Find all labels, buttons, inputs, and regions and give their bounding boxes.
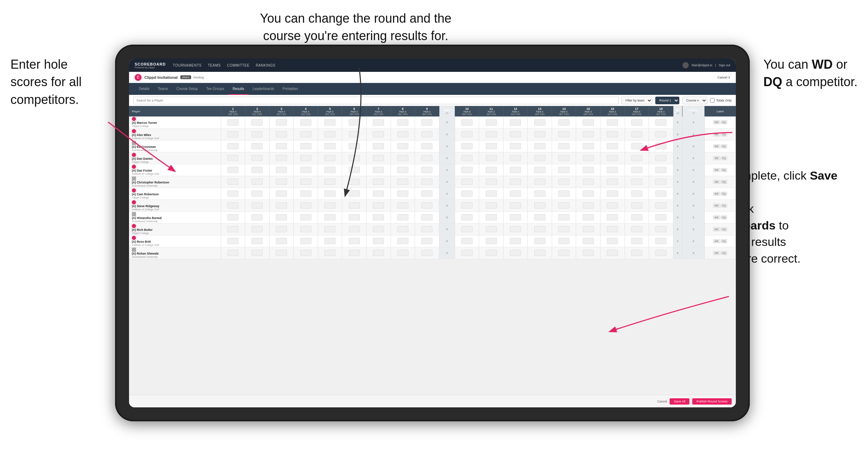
hole-3-input[interactable]: [269, 235, 294, 247]
course-select[interactable]: Course A: [682, 97, 707, 104]
hole-13-input[interactable]: [528, 140, 552, 152]
sign-out-link[interactable]: Sign out: [719, 63, 730, 67]
hole-13-input[interactable]: [528, 152, 552, 164]
hole-5-input[interactable]: [318, 223, 342, 235]
hole-6-input[interactable]: [342, 164, 367, 176]
hole-12-input[interactable]: [503, 223, 528, 235]
hole-2-input[interactable]: [245, 199, 270, 211]
hole-18-input[interactable]: [649, 188, 673, 199]
hole-2-input[interactable]: [245, 164, 270, 176]
tab-leaderboards[interactable]: Leaderboards: [248, 83, 278, 95]
hole-2-input[interactable]: [245, 152, 270, 164]
hole-17-input[interactable]: [625, 116, 649, 128]
hole-5-input[interactable]: [318, 247, 342, 259]
hole-7-input[interactable]: [366, 164, 391, 176]
hole-15-input[interactable]: [576, 211, 601, 223]
hole-9-input[interactable]: [415, 235, 439, 247]
hole-16-input[interactable]: [600, 223, 625, 235]
hole-16-input[interactable]: [600, 247, 625, 259]
dq-button[interactable]: DQ: [721, 204, 727, 208]
dq-button[interactable]: DQ: [721, 180, 727, 184]
hole-1-input[interactable]: [221, 211, 245, 223]
tab-tee-groups[interactable]: Tee Groups: [202, 83, 228, 95]
hole-14-input[interactable]: [552, 247, 576, 259]
hole-13-input[interactable]: [528, 211, 552, 223]
hole-6-input[interactable]: [342, 188, 367, 199]
hole-6-input[interactable]: [342, 128, 367, 140]
hole-18-input[interactable]: [649, 128, 673, 140]
hole-10-input[interactable]: [455, 164, 479, 176]
hole-17-input[interactable]: [625, 223, 649, 235]
hole-15-input[interactable]: [576, 164, 601, 176]
hole-8-input[interactable]: [391, 116, 415, 128]
hole-3-input[interactable]: [269, 128, 294, 140]
hole-9-input[interactable]: [415, 211, 439, 223]
hole-9-input[interactable]: [415, 128, 439, 140]
hole-5-input[interactable]: [318, 235, 342, 247]
dq-button[interactable]: DQ: [721, 133, 727, 136]
hole-16-input[interactable]: [600, 152, 625, 164]
hole-2-input[interactable]: [245, 128, 270, 140]
cancel-top-button[interactable]: Cancel X: [717, 76, 730, 79]
hole-13-input[interactable]: [528, 128, 552, 140]
hole-4-input[interactable]: [294, 188, 318, 199]
hole-16-input[interactable]: [600, 176, 625, 188]
hole-1-input[interactable]: [221, 152, 245, 164]
hole-11-input[interactable]: [479, 247, 504, 259]
hole-11-input[interactable]: [479, 235, 504, 247]
hole-4-input[interactable]: [294, 223, 318, 235]
hole-7-input[interactable]: [366, 235, 391, 247]
dq-button[interactable]: DQ: [721, 239, 727, 243]
hole-13-input[interactable]: [528, 176, 552, 188]
tab-teams[interactable]: Teams: [154, 83, 172, 95]
hole-15-input[interactable]: [576, 116, 601, 128]
hole-7-input[interactable]: [366, 152, 391, 164]
hole-1-input[interactable]: [221, 140, 245, 152]
hole-11-input[interactable]: [479, 199, 504, 211]
dq-button[interactable]: DQ: [721, 156, 727, 160]
hole-5-input[interactable]: [318, 176, 342, 188]
hole-2-input[interactable]: [245, 247, 270, 259]
hole-9-input[interactable]: [415, 152, 439, 164]
hole-16-input[interactable]: [600, 211, 625, 223]
hole-9-input[interactable]: [415, 199, 439, 211]
hole-17-input[interactable]: [625, 199, 649, 211]
hole-18-input[interactable]: [649, 116, 673, 128]
hole-4-input[interactable]: [294, 140, 318, 152]
hole-3-input[interactable]: [269, 211, 294, 223]
hole-10-input[interactable]: [455, 199, 479, 211]
hole-2-input[interactable]: [245, 116, 270, 128]
filter-team-select[interactable]: Filter by team: [621, 97, 652, 104]
hole-18-input[interactable]: [649, 152, 673, 164]
hole-12-input[interactable]: [503, 176, 528, 188]
hole-10-input[interactable]: [455, 140, 479, 152]
hole-8-input[interactable]: [391, 188, 415, 199]
hole-18-input[interactable]: [649, 164, 673, 176]
hole-5-input[interactable]: [318, 152, 342, 164]
hole-11-input[interactable]: [479, 176, 504, 188]
hole-8-input[interactable]: [391, 152, 415, 164]
hole-1-input[interactable]: [221, 223, 245, 235]
hole-4-input[interactable]: [294, 211, 318, 223]
hole-6-input[interactable]: [342, 223, 367, 235]
hole-15-input[interactable]: [576, 152, 601, 164]
hole-2-input[interactable]: [245, 235, 270, 247]
hole-12-input[interactable]: [503, 140, 528, 152]
hole-7-input[interactable]: [366, 223, 391, 235]
hole-14-input[interactable]: [552, 211, 576, 223]
hole-15-input[interactable]: [576, 176, 601, 188]
hole-8-input[interactable]: [391, 140, 415, 152]
nav-tournaments[interactable]: TOURNAMENTS: [173, 63, 202, 67]
cancel-button[interactable]: Cancel: [657, 400, 667, 403]
hole-16-input[interactable]: [600, 235, 625, 247]
hole-6-input[interactable]: [342, 211, 367, 223]
hole-14-input[interactable]: [552, 164, 576, 176]
hole-12-input[interactable]: [503, 235, 528, 247]
hole-15-input[interactable]: [576, 247, 601, 259]
hole-17-input[interactable]: [625, 247, 649, 259]
hole-10-input[interactable]: [455, 116, 479, 128]
hole-7-input[interactable]: [366, 211, 391, 223]
wd-button[interactable]: WD: [713, 120, 720, 124]
hole-1-input[interactable]: [221, 164, 245, 176]
wd-button[interactable]: WD: [713, 192, 720, 196]
